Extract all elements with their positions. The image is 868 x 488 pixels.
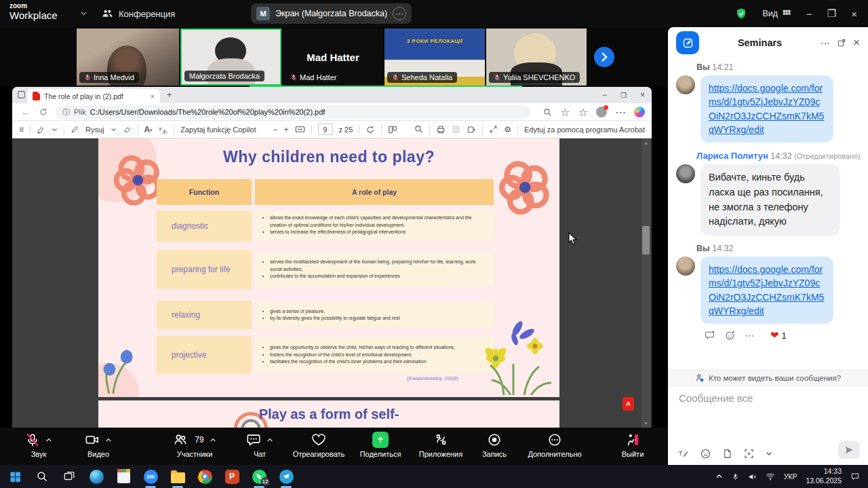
message-more-icon[interactable]: ⋯ — [745, 331, 754, 341]
page-number-input[interactable]: 9 — [318, 124, 333, 135]
browser-close-button[interactable]: × — [640, 90, 645, 100]
restore-button[interactable]: ❐ — [827, 7, 836, 20]
fullscreen-icon[interactable] — [489, 125, 498, 134]
start-button[interactable] — [7, 468, 23, 485]
print-icon[interactable] — [436, 125, 446, 134]
tab-conference[interactable]: Конференция — [102, 0, 175, 27]
read-aloud-icon[interactable]: Aᵃ — [144, 125, 153, 134]
ask-copilot-label[interactable]: Zapytaj funkcję Copilot — [180, 126, 256, 134]
url-field[interactable]: ⓘ Plik C:/Users/User/Downloads/The%20rol… — [56, 105, 530, 119]
browser-menu-icon[interactable]: ⋯ — [615, 106, 626, 119]
security-shield-icon[interactable] — [735, 7, 747, 20]
video-tile-inna[interactable]: Inna Medvid — [77, 29, 179, 86]
tab-close-icon[interactable]: × — [151, 92, 155, 100]
task-view-button[interactable] — [61, 468, 77, 485]
collections-icon[interactable]: ☆ — [578, 106, 588, 119]
audio-button[interactable]: Звук — [12, 432, 65, 458]
chevron-down-icon[interactable] — [52, 128, 58, 132]
page-info-icon[interactable]: ⓘ — [62, 107, 70, 117]
video-tile-yuliia[interactable]: Yuliia SHEVCHENKO — [486, 29, 587, 86]
acrobat-floating-icon[interactable]: A — [623, 397, 634, 411]
chevron-up-icon[interactable] — [267, 438, 273, 443]
favorite-star-icon[interactable]: ☆ — [560, 106, 570, 119]
save-icon[interactable] — [452, 125, 460, 134]
draw-label[interactable]: Rysuj — [85, 126, 104, 134]
whatsapp-icon[interactable]: 12 — [251, 468, 267, 485]
highlighter-icon[interactable] — [37, 125, 45, 134]
edge-taskbar-icon[interactable] — [88, 468, 104, 485]
eraser-icon[interactable] — [123, 125, 132, 134]
compose-button[interactable] — [676, 31, 699, 54]
chat-message[interactable]: https://docs.google.com/forms/d/1gtv5ZjJ… — [668, 75, 868, 143]
participants-button[interactable]: 79 Участники — [157, 432, 232, 458]
browser-restore-button[interactable]: ❐ — [620, 92, 627, 99]
zoom-out-icon[interactable]: − — [273, 125, 278, 134]
more-button[interactable]: Дополнительно — [519, 432, 590, 458]
search-icon[interactable] — [414, 125, 423, 134]
tray-mic-icon[interactable] — [732, 473, 739, 481]
refresh-button[interactable] — [39, 108, 47, 116]
zoom-in-icon[interactable]: + — [284, 125, 289, 134]
leave-button[interactable]: Выйти — [609, 432, 656, 458]
profile-avatar[interactable] — [596, 107, 607, 117]
search-button[interactable] — [34, 468, 50, 485]
video-button[interactable]: Видео — [72, 432, 125, 458]
screenshot-icon[interactable] — [743, 448, 755, 459]
chat-message[interactable]: https://docs.google.com/forms/d/1gtv5ZjJ… — [668, 257, 868, 324]
message-link[interactable]: https://docs.google.com/forms/d/1gtv5ZjJ… — [709, 264, 824, 316]
pdf-scrollbar-thumb[interactable] — [642, 226, 650, 255]
view-button[interactable]: Вид — [762, 9, 791, 18]
language-indicator[interactable]: УКР — [784, 472, 797, 481]
chevron-up-icon[interactable] — [45, 438, 52, 443]
video-tile-mad-hatter[interactable]: Mad Hatter Mad Hatter — [283, 29, 383, 86]
record-button[interactable]: Запись — [473, 432, 515, 458]
notification-center-icon[interactable] — [850, 472, 860, 481]
toc-icon[interactable]: ≡ — [19, 125, 24, 134]
tab-search-icon[interactable] — [17, 90, 26, 99]
new-tab-button[interactable]: + — [167, 90, 172, 100]
scroll-down-icon[interactable]: ▾ — [644, 420, 647, 426]
tab-screen-share[interactable]: M Экран (Małgorzata Brodacka) ⋯ — [251, 3, 412, 24]
attach-file-icon[interactable] — [722, 449, 732, 459]
chevron-down-icon[interactable] — [80, 11, 87, 16]
save-as-icon[interactable] — [467, 125, 476, 134]
copilot-icon[interactable] — [634, 107, 645, 117]
minimize-button[interactable]: − — [806, 8, 812, 20]
tray-volume-icon[interactable] — [748, 472, 757, 481]
video-tile-malgorzata-active-speaker[interactable]: Małgorzata Brodacka — [180, 29, 281, 86]
next-participants-button[interactable] — [594, 47, 614, 67]
zoom-page-icon[interactable] — [543, 108, 552, 117]
draw-pen-icon[interactable] — [71, 125, 79, 134]
send-button[interactable] — [838, 441, 860, 459]
emoji-icon[interactable] — [700, 448, 711, 459]
chat-button[interactable]: Чат — [236, 432, 283, 458]
chrome-icon[interactable] — [197, 468, 213, 485]
browser-tab-pdf[interactable]: The role of play in (2).pdf × — [27, 89, 160, 103]
add-reaction-icon[interactable] — [725, 330, 736, 341]
share-tab-more-icon[interactable]: ⋯ — [393, 7, 406, 20]
privacy-notice[interactable]: Кто может видеть ваши сообщения? — [668, 370, 868, 386]
powerpoint-icon[interactable]: P — [224, 468, 240, 485]
chevron-down-icon[interactable] — [111, 128, 117, 132]
store-icon[interactable] — [115, 468, 132, 485]
chat-message[interactable]: Вибачте, киньте будь ласка ще раз посила… — [668, 164, 868, 236]
chat-input[interactable]: Сообщение все — [679, 392, 753, 404]
chat-close-icon[interactable]: × — [853, 36, 860, 50]
file-explorer-icon[interactable] — [170, 468, 186, 485]
telegram-icon[interactable] — [278, 468, 294, 485]
back-button[interactable]: ← — [20, 106, 31, 118]
popout-icon[interactable] — [837, 38, 846, 48]
chevron-down-icon[interactable] — [766, 451, 772, 456]
chat-menu-icon[interactable]: ⋯ — [821, 37, 830, 48]
chevron-up-icon[interactable] — [105, 438, 112, 443]
apps-button[interactable]: Приложения — [411, 432, 471, 458]
pdf-viewport[interactable]: Why children need to play? Function A ro… — [12, 138, 652, 428]
format-text-icon[interactable]: T — [677, 448, 689, 459]
translate-icon[interactable]: aあ — [158, 125, 167, 134]
scroll-up-icon[interactable]: ▴ — [644, 140, 647, 146]
clock[interactable]: 14:33 13.06.2025 — [806, 467, 842, 485]
video-tile-seheda[interactable]: 3 РОКИ РЕЛОКАЦІЇ Seheda Natalia — [384, 29, 485, 86]
react-button[interactable]: Отреагировать — [288, 432, 350, 458]
close-button[interactable]: × — [851, 8, 857, 20]
zoom-taskbar-icon[interactable]: zm — [142, 468, 159, 485]
